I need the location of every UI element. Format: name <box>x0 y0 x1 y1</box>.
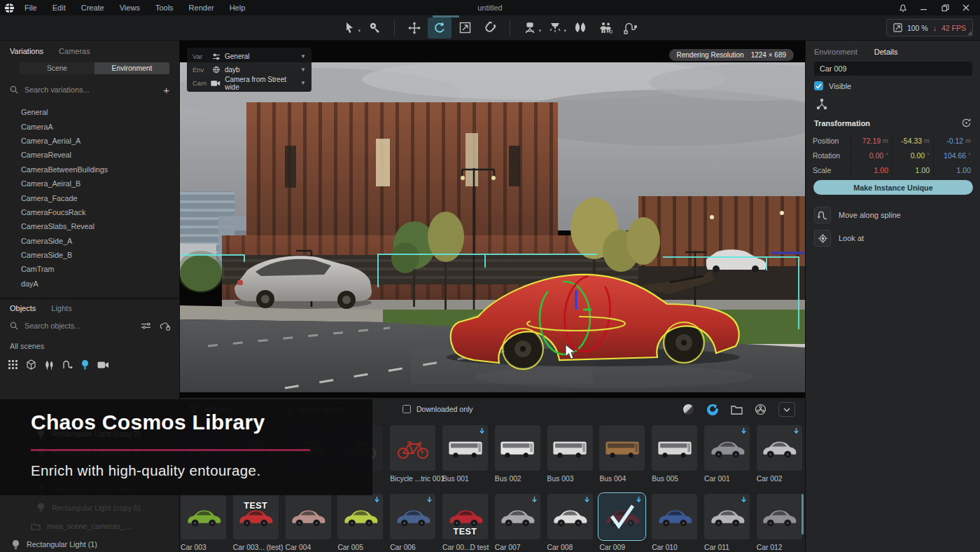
tab-environment[interactable]: Environment <box>814 48 858 56</box>
download-icon[interactable] <box>374 496 380 504</box>
viewport-render[interactable] <box>180 41 805 398</box>
asset-tile[interactable] <box>599 494 645 539</box>
transform-value-field[interactable]: 1.00 <box>850 163 892 177</box>
move-tool[interactable] <box>402 18 426 39</box>
select-tool[interactable]: ▾ <box>337 18 361 39</box>
variation-item[interactable]: CameraSlabs_Reveal <box>21 219 174 233</box>
tab-cameras[interactable]: Cameras <box>59 47 90 55</box>
notifications-bell-icon[interactable] <box>895 1 911 14</box>
viewport-cam-dropdown[interactable]: CamCamera from Street wide▼ <box>187 76 312 90</box>
asset-tile[interactable] <box>547 494 593 539</box>
asset-tile[interactable] <box>757 494 802 539</box>
tab-objects[interactable]: Objects <box>10 304 36 312</box>
transform-value-field[interactable]: -0.12m <box>933 134 974 147</box>
variation-item[interactable]: Camera_Aerial_A <box>21 134 174 148</box>
make-instance-unique-button[interactable]: Make Instance Unique <box>813 180 973 195</box>
spline-icon[interactable] <box>62 360 73 370</box>
tab-variations[interactable]: Variations <box>10 47 43 55</box>
variation-item[interactable]: CameraFoucsRack <box>21 205 174 219</box>
objects-search-input[interactable]: Search objects... <box>24 322 80 330</box>
asset-tile[interactable] <box>652 425 697 471</box>
chevron-down-icon[interactable]: ▼ <box>300 53 306 60</box>
asset-tile[interactable] <box>704 425 750 471</box>
scrollbar[interactable] <box>802 494 804 534</box>
download-icon[interactable] <box>741 427 747 435</box>
download-icon[interactable] <box>479 427 485 435</box>
variation-item[interactable]: Camera_Aeiral_B <box>21 177 174 191</box>
asset-tile[interactable]: TEST <box>442 494 488 539</box>
add-camera-tool[interactable]: ▾ <box>518 18 542 39</box>
tab-lights[interactable]: Lights <box>51 304 71 312</box>
visible-checkbox[interactable] <box>814 81 823 90</box>
asset-tile[interactable] <box>495 425 540 471</box>
download-icon[interactable] <box>741 496 747 504</box>
variation-item[interactable]: CameraSide_B <box>21 248 174 262</box>
asset-tile[interactable] <box>442 425 488 471</box>
cloud-icon[interactable] <box>160 322 171 331</box>
menu-render[interactable]: Render <box>183 2 220 13</box>
download-icon[interactable] <box>793 427 799 435</box>
asset-tile[interactable] <box>495 494 540 539</box>
chevron-down-icon[interactable]: ▼ <box>300 67 306 73</box>
add-light-tool[interactable]: ▾ <box>543 18 567 39</box>
segment-scene[interactable]: Scene <box>20 62 94 74</box>
chevron-down-icon[interactable]: ▾ <box>358 28 360 34</box>
look-at-button[interactable] <box>814 230 831 247</box>
resize-grip[interactable] <box>967 31 972 35</box>
chevron-down-icon[interactable]: ▾ <box>538 28 541 34</box>
folder-icon[interactable] <box>731 405 743 415</box>
transform-value-field[interactable]: -54.33m <box>892 134 933 147</box>
menu-tools[interactable]: Tools <box>149 2 180 13</box>
box-icon[interactable] <box>26 359 36 370</box>
viewport-var-dropdown[interactable]: VarGeneral▼ <box>187 50 312 63</box>
tab-details[interactable]: Details <box>874 48 898 56</box>
segment-environment[interactable]: Environment <box>94 62 169 74</box>
asset-tile[interactable] <box>181 494 226 539</box>
asset-tile[interactable] <box>757 425 802 471</box>
transform-value-field[interactable]: 72.19m <box>850 134 892 147</box>
chevron-down-icon[interactable] <box>778 402 795 417</box>
spline-tool[interactable] <box>619 18 643 39</box>
light-item[interactable]: Rectangular Light (copy 6) <box>36 501 141 515</box>
add-variation-button[interactable]: + <box>163 84 169 96</box>
object-name-field[interactable]: Car 009 <box>814 62 972 76</box>
asset-tile[interactable] <box>286 494 331 539</box>
scale-tool[interactable] <box>453 18 477 39</box>
asset-tile[interactable] <box>390 494 435 539</box>
variation-item[interactable]: CameraA <box>21 119 174 133</box>
download-icon[interactable] <box>426 496 433 504</box>
transform-value-field[interactable]: 104.66° <box>933 149 974 162</box>
asset-tile[interactable] <box>547 425 593 471</box>
transform-value-field[interactable]: 0.00° <box>892 149 933 162</box>
variation-item[interactable]: CameraReveal <box>21 148 174 162</box>
snap-tool[interactable] <box>478 18 502 39</box>
transform-value-field[interactable]: 1.00 <box>933 163 974 177</box>
variation-item[interactable]: dayA <box>21 277 174 291</box>
filter-icon[interactable] <box>141 322 151 331</box>
scene-scope-label[interactable]: All scenes <box>10 342 44 350</box>
variation-item[interactable]: CameraSide_A <box>21 234 174 248</box>
chevron-down-icon[interactable]: ▼ <box>300 80 306 86</box>
chevron-down-icon[interactable]: ▾ <box>564 28 566 34</box>
downloaded-only-checkbox[interactable] <box>402 405 411 413</box>
rotate-tool[interactable] <box>428 18 451 39</box>
asset-tile[interactable] <box>599 425 645 471</box>
menu-create[interactable]: Create <box>75 2 111 13</box>
camera-icon[interactable] <box>97 361 109 369</box>
variation-item[interactable]: Camera_Facade <box>21 191 174 205</box>
variation-item[interactable]: General <box>21 105 174 119</box>
pick-tool[interactable] <box>363 18 386 39</box>
asset-tile[interactable] <box>652 494 697 539</box>
light-item[interactable]: Rectangular Light (1) <box>11 537 97 551</box>
pivot-axes-icon[interactable] <box>816 98 828 111</box>
menu-views[interactable]: Views <box>113 2 146 13</box>
transform-value-field[interactable]: 1.00 <box>892 163 933 177</box>
minimize-button[interactable] <box>916 1 932 14</box>
reset-transform-icon[interactable] <box>961 118 972 128</box>
variation-item[interactable]: CameraBetweenBuildings <box>21 163 174 177</box>
restore-button[interactable] <box>937 1 953 14</box>
vegetation-tool[interactable] <box>568 18 592 39</box>
download-icon[interactable] <box>584 496 590 504</box>
variations-search-input[interactable]: Search variations... <box>24 85 89 94</box>
render-icon[interactable] <box>755 403 766 415</box>
